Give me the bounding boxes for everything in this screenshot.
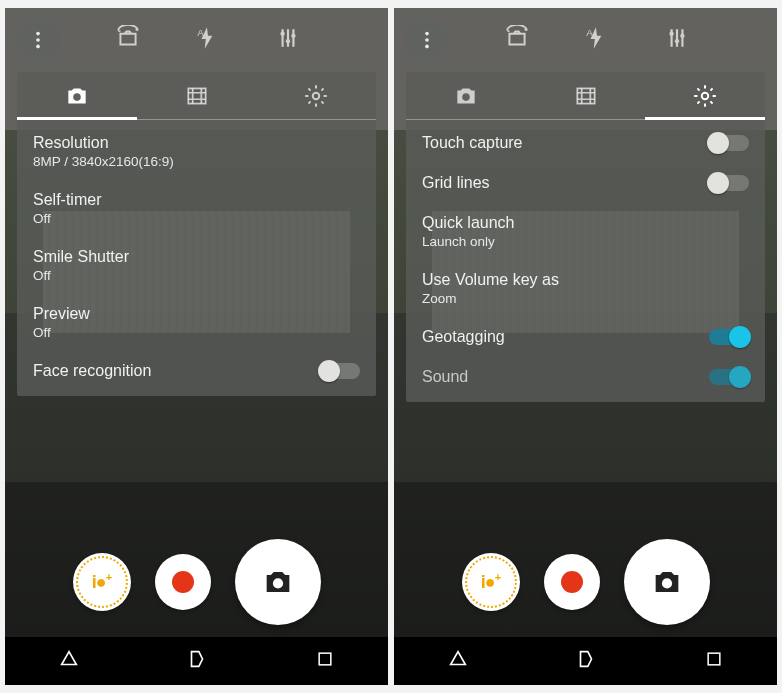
adjustments-button[interactable] xyxy=(664,25,690,55)
setting-value: 8MP / 3840x2160(16:9) xyxy=(33,154,174,169)
svg-point-18 xyxy=(680,34,684,38)
svg-point-2 xyxy=(36,45,40,49)
face-recognition-toggle[interactable] xyxy=(320,363,360,379)
record-button[interactable] xyxy=(544,554,600,610)
recent-icon xyxy=(704,649,724,669)
flash-mode-button[interactable]: A xyxy=(195,25,221,55)
switch-camera-button[interactable] xyxy=(504,25,530,55)
touch-capture-toggle[interactable] xyxy=(709,135,749,151)
android-nav-bar xyxy=(394,637,777,685)
setting-label: Grid lines xyxy=(422,174,490,192)
flash-mode-button[interactable]: A xyxy=(584,25,610,55)
svg-point-5 xyxy=(286,39,290,43)
svg-point-22 xyxy=(661,578,671,588)
nav-recent-button[interactable] xyxy=(315,649,335,673)
setting-resolution[interactable]: Resolution 8MP / 3840x2160(16:9) xyxy=(17,124,376,181)
home-icon xyxy=(575,648,597,670)
svg-text:A: A xyxy=(197,27,204,38)
shutter-button[interactable] xyxy=(624,539,710,625)
nav-home-button[interactable] xyxy=(575,648,597,674)
setting-self-timer[interactable]: Self-timer Off xyxy=(17,181,376,238)
settings-rows: Resolution 8MP / 3840x2160(16:9) Self-ti… xyxy=(17,120,376,396)
android-nav-bar xyxy=(5,637,388,685)
switch-camera-button[interactable] xyxy=(115,25,141,55)
svg-point-12 xyxy=(425,32,429,36)
settings-tabs xyxy=(406,72,765,120)
svg-point-13 xyxy=(425,38,429,42)
svg-point-21 xyxy=(702,92,709,99)
svg-point-10 xyxy=(272,578,282,588)
tab-video[interactable] xyxy=(137,72,257,119)
camera-icon xyxy=(64,83,90,109)
geotagging-toggle[interactable] xyxy=(709,329,749,345)
mode-badge: i●+ xyxy=(481,571,500,593)
svg-rect-8 xyxy=(188,88,205,103)
more-options-button[interactable] xyxy=(404,17,450,63)
home-icon xyxy=(186,648,208,670)
camera-icon xyxy=(261,565,295,599)
setting-volume-key[interactable]: Use Volume key as Zoom xyxy=(406,261,765,318)
tab-photo[interactable] xyxy=(17,72,137,119)
setting-touch-capture[interactable]: Touch capture xyxy=(406,124,765,164)
nav-recent-button[interactable] xyxy=(704,649,724,673)
svg-point-14 xyxy=(425,45,429,49)
svg-point-6 xyxy=(291,34,295,38)
nav-back-button[interactable] xyxy=(447,648,469,674)
tab-video[interactable] xyxy=(526,72,646,119)
setting-label: Face recognition xyxy=(33,362,151,380)
setting-label: Quick launch xyxy=(422,214,515,232)
record-button[interactable] xyxy=(155,554,211,610)
svg-rect-23 xyxy=(708,653,720,665)
svg-point-0 xyxy=(36,32,40,36)
capture-mode-button[interactable]: i●+ xyxy=(73,553,131,611)
setting-preview[interactable]: Preview Off xyxy=(17,295,376,352)
nav-back-button[interactable] xyxy=(58,648,80,674)
record-icon xyxy=(561,571,583,593)
top-toolbar: A xyxy=(394,8,777,72)
svg-point-1 xyxy=(36,38,40,42)
capture-mode-button[interactable]: i●+ xyxy=(462,553,520,611)
svg-point-4 xyxy=(280,32,284,36)
more-vertical-icon xyxy=(27,29,49,51)
mode-badge: i●+ xyxy=(92,571,111,593)
auto-flash-icon: A xyxy=(195,25,221,51)
sound-toggle[interactable] xyxy=(709,369,749,385)
settings-panel: Resolution 8MP / 3840x2160(16:9) Self-ti… xyxy=(17,72,376,396)
grid-lines-toggle[interactable] xyxy=(709,175,749,191)
nav-home-button[interactable] xyxy=(186,648,208,674)
svg-rect-20 xyxy=(577,88,594,103)
setting-value: Off xyxy=(33,211,101,226)
back-icon xyxy=(447,648,469,670)
svg-text:A: A xyxy=(586,27,593,38)
recent-icon xyxy=(315,649,335,669)
setting-geotagging[interactable]: Geotagging xyxy=(406,318,765,358)
setting-label: Use Volume key as xyxy=(422,271,559,289)
setting-label: Sound xyxy=(422,368,468,386)
setting-smile-shutter[interactable]: Smile Shutter Off xyxy=(17,238,376,295)
film-icon xyxy=(184,83,210,109)
svg-rect-11 xyxy=(319,653,331,665)
film-icon xyxy=(573,83,599,109)
setting-sound[interactable]: Sound xyxy=(406,358,765,398)
more-options-button[interactable] xyxy=(15,17,61,63)
setting-face-recognition[interactable]: Face recognition xyxy=(17,352,376,392)
setting-value: Launch only xyxy=(422,234,515,249)
gear-icon xyxy=(692,83,718,109)
setting-quick-launch[interactable]: Quick launch Launch only xyxy=(406,204,765,261)
setting-label: Smile Shutter xyxy=(33,248,129,266)
bottom-action-bar: i●+ xyxy=(394,527,777,637)
shutter-button[interactable] xyxy=(235,539,321,625)
setting-label: Geotagging xyxy=(422,328,505,346)
svg-point-16 xyxy=(669,32,673,36)
tab-photo[interactable] xyxy=(406,72,526,119)
setting-grid-lines[interactable]: Grid lines xyxy=(406,164,765,204)
switch-camera-icon xyxy=(504,25,530,51)
svg-point-17 xyxy=(675,39,679,43)
adjustments-button[interactable] xyxy=(275,25,301,55)
camera-icon xyxy=(650,565,684,599)
sliders-icon xyxy=(275,25,301,51)
tab-general[interactable] xyxy=(645,72,765,119)
tab-general[interactable] xyxy=(256,72,376,119)
more-vertical-icon xyxy=(416,29,438,51)
svg-point-19 xyxy=(462,93,470,101)
